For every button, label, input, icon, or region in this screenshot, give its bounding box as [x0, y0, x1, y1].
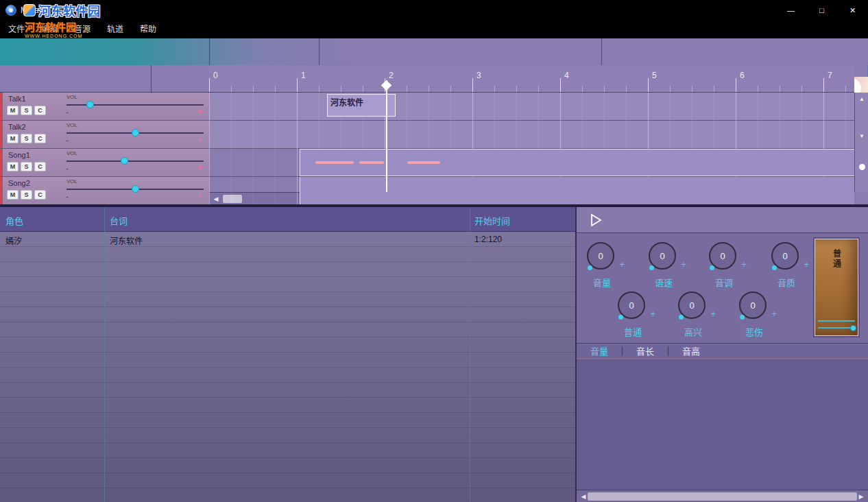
- track-header-song1[interactable]: Song1 M S C VOL - +: [0, 149, 209, 177]
- plus-icon[interactable]: +: [681, 259, 686, 270]
- minus-icon: -: [66, 164, 69, 172]
- title-bar: Muta — □ ✕: [0, 0, 868, 21]
- volume-slider-handle[interactable]: [132, 129, 139, 136]
- column-header-line[interactable]: 台词: [110, 214, 128, 227]
- window-title: Muta: [21, 5, 39, 15]
- track-header-song2[interactable]: Song2 M S C VOL - +: [0, 177, 209, 204]
- ruler-number: 2: [389, 71, 394, 80]
- plus-icon[interactable]: +: [619, 259, 625, 270]
- track-name: Song1: [8, 151, 30, 159]
- c-button[interactable]: C: [34, 106, 46, 115]
- tab-pitch[interactable]: 音高: [668, 344, 714, 357]
- plus-icon[interactable]: +: [741, 259, 747, 270]
- volume-slider-handle[interactable]: [132, 185, 139, 193]
- column-divider: [470, 207, 470, 502]
- playhead[interactable]: [386, 80, 387, 192]
- parameter-scrollbar[interactable]: ◀ ▶: [577, 490, 868, 502]
- transport-bar: S E: [0, 65, 209, 93]
- column-header-start-time[interactable]: 开始时间: [474, 214, 510, 227]
- solo-button[interactable]: S: [21, 190, 32, 200]
- ruler-number: 1: [301, 71, 306, 80]
- plus-icon[interactable]: +: [771, 309, 777, 319]
- fader-track: [818, 327, 855, 328]
- scrollbar-thumb[interactable]: [588, 492, 857, 501]
- song-clip[interactable]: [300, 149, 854, 176]
- maximize-button[interactable]: □: [806, 0, 837, 21]
- volume-label: VOL: [67, 122, 77, 128]
- ruler-number: 5: [652, 71, 657, 80]
- track-lane-song2[interactable]: [209, 177, 854, 204]
- scroll-left-icon[interactable]: ◀: [210, 193, 221, 205]
- note-segment[interactable]: [407, 161, 440, 164]
- volume-slider-handle[interactable]: [121, 157, 128, 165]
- fader-handle[interactable]: [850, 325, 856, 331]
- scroll-right-icon[interactable]: ▶: [856, 490, 867, 502]
- knob-normal[interactable]: 0 +: [618, 291, 648, 322]
- solo-button[interactable]: S: [21, 106, 32, 115]
- table-row[interactable]: 嫣汐 河东软件 1:2:120: [0, 232, 576, 247]
- minimize-button[interactable]: —: [775, 0, 806, 21]
- ruler-number: 4: [564, 71, 569, 80]
- table-body[interactable]: 嫣汐 河东软件 1:2:120: [0, 232, 576, 502]
- knob-pitch[interactable]: 0 +: [709, 242, 739, 272]
- menu-voicebank[interactable]: 音源: [66, 21, 99, 38]
- tab-duration[interactable]: 音长: [623, 344, 668, 357]
- column-divider: [104, 207, 105, 502]
- preset-fader[interactable]: 普通: [815, 239, 858, 336]
- note-segment[interactable]: [315, 161, 354, 164]
- knob-happy[interactable]: 0 +: [678, 291, 708, 322]
- menu-help[interactable]: 帮助: [132, 21, 165, 38]
- knob-speed[interactable]: 0 +: [649, 242, 679, 272]
- c-button[interactable]: C: [34, 162, 46, 171]
- track-vertical-scrollbar[interactable]: ▲ ▼: [854, 93, 868, 192]
- cell-line[interactable]: 河东软件: [110, 235, 143, 246]
- scroll-up-icon[interactable]: ▲: [855, 94, 868, 105]
- c-button[interactable]: C: [34, 190, 46, 200]
- track-lane-talk1[interactable]: 河东软件: [209, 93, 854, 121]
- preview-play-button[interactable]: [588, 212, 605, 230]
- knob-timbre[interactable]: 0 +: [771, 242, 801, 272]
- knob-sad[interactable]: 0 +: [739, 291, 769, 322]
- timeline-ruler[interactable]: 0 1 2 3 4 5 6 7: [209, 65, 854, 93]
- knob-indicator: [679, 315, 684, 320]
- track-header-talk2[interactable]: Talk2 M S C VOL - +: [0, 121, 209, 149]
- volume-label: VOL: [67, 150, 77, 156]
- plus-icon[interactable]: +: [804, 259, 809, 270]
- track-name: Talk1: [8, 95, 26, 103]
- mute-button[interactable]: M: [7, 134, 19, 143]
- track-area: Talk1 M S C VOL - + Talk2 M S C VOL - +: [0, 93, 868, 204]
- menu-track[interactable]: 轨道: [99, 21, 132, 38]
- scrollbar-thumb[interactable]: [859, 164, 865, 170]
- track-lane-talk2[interactable]: [209, 121, 854, 149]
- solo-button[interactable]: S: [21, 134, 32, 143]
- scrollbar-thumb[interactable]: [223, 195, 242, 203]
- volume-label: VOL: [67, 178, 77, 184]
- parameter-editor-area[interactable]: [577, 359, 868, 490]
- solo-button[interactable]: S: [21, 162, 32, 171]
- tab-volume[interactable]: 音量: [577, 344, 622, 357]
- c-button[interactable]: C: [34, 134, 46, 143]
- song-clip-continued[interactable]: [300, 177, 854, 204]
- mute-button[interactable]: M: [7, 106, 19, 115]
- volume-slider[interactable]: [67, 160, 204, 162]
- scroll-down-icon[interactable]: ▼: [855, 131, 868, 142]
- mute-button[interactable]: M: [7, 162, 19, 171]
- track-lane-song1[interactable]: [209, 149, 854, 177]
- plus-icon[interactable]: +: [650, 309, 655, 319]
- table-header-row: 角色 台词 开始时间: [0, 207, 576, 232]
- track-header-talk1[interactable]: Talk1 M S C VOL - +: [0, 93, 209, 121]
- close-button[interactable]: ✕: [837, 0, 868, 21]
- menu-file[interactable]: 文件: [0, 21, 33, 38]
- note-segment[interactable]: [359, 161, 384, 164]
- cell-role[interactable]: 嫣汐: [5, 235, 22, 246]
- volume-slider-handle[interactable]: [86, 101, 94, 108]
- column-header-role[interactable]: 角色: [5, 214, 23, 227]
- plus-icon: +: [197, 191, 203, 201]
- plus-icon[interactable]: +: [710, 309, 716, 319]
- knob-volume[interactable]: 0 +: [587, 242, 617, 272]
- talk-clip[interactable]: 河东软件: [327, 94, 396, 117]
- mute-button[interactable]: M: [7, 190, 19, 200]
- cell-start-time[interactable]: 1:2:120: [474, 235, 502, 244]
- toolbar: Position 0:4:000 Tempo 120.00 Beat 4/4 Q…: [0, 38, 868, 65]
- menu-edit[interactable]: 编辑: [33, 21, 66, 38]
